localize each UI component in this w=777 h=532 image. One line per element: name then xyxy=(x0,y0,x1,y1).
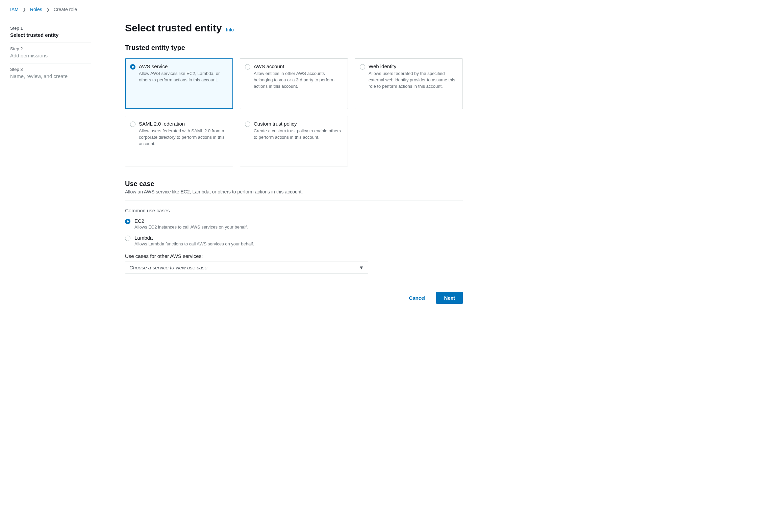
entity-desc: Allow entities in other AWS accounts bel… xyxy=(254,71,343,90)
radio-icon xyxy=(245,64,250,70)
usecase-title: EC2 xyxy=(134,218,248,224)
service-select-dropdown[interactable]: Choose a service to view use case ▼ xyxy=(125,262,368,273)
step-title: Select trusted entity xyxy=(10,32,91,38)
entity-desc: Allow users federated with SAML 2.0 from… xyxy=(139,128,228,147)
step-title: Add permissions xyxy=(10,53,91,58)
usecase-option-ec2[interactable]: EC2 Allows EC2 instances to call AWS ser… xyxy=(125,218,463,230)
wizard-footer: Cancel Next xyxy=(125,292,463,304)
step-title: Name, review, and create xyxy=(10,73,91,79)
radio-icon xyxy=(125,219,130,224)
entity-title: Custom trust policy xyxy=(254,121,343,127)
radio-icon xyxy=(125,236,130,241)
page-title: Select trusted entity xyxy=(125,22,222,34)
divider xyxy=(125,201,463,201)
entity-type-grid: AWS service Allow AWS services like EC2,… xyxy=(125,58,463,166)
step-3[interactable]: Step 3 Name, review, and create xyxy=(10,63,91,84)
wizard-steps: Step 1 Select trusted entity Step 2 Add … xyxy=(10,22,91,304)
info-link[interactable]: Info xyxy=(226,27,234,32)
radio-icon xyxy=(130,64,135,70)
next-button[interactable]: Next xyxy=(436,292,463,304)
step-number: Step 3 xyxy=(10,67,91,72)
radio-icon xyxy=(245,122,250,127)
step-2[interactable]: Step 2 Add permissions xyxy=(10,43,91,63)
breadcrumb-iam[interactable]: IAM xyxy=(10,7,19,12)
cancel-button[interactable]: Cancel xyxy=(405,292,429,303)
entity-title: AWS account xyxy=(254,63,343,69)
usecase-desc: Allows Lambda functions to call AWS serv… xyxy=(134,241,254,246)
entity-option-aws-service[interactable]: AWS service Allow AWS services like EC2,… xyxy=(125,58,233,109)
entity-title: Web identity xyxy=(369,63,458,69)
dropdown-placeholder: Choose a service to view use case xyxy=(129,265,207,270)
entity-desc: Allows users federated by the specified … xyxy=(369,71,458,90)
entity-title: AWS service xyxy=(139,63,228,69)
use-case-desc: Allow an AWS service like EC2, Lambda, o… xyxy=(125,189,463,194)
entity-desc: Allow AWS services like EC2, Lambda, or … xyxy=(139,71,228,83)
step-1[interactable]: Step 1 Select trusted entity xyxy=(10,22,91,43)
entity-option-aws-account[interactable]: AWS account Allow entities in other AWS … xyxy=(240,58,348,109)
step-number: Step 2 xyxy=(10,46,91,51)
usecase-option-lambda[interactable]: Lambda Allows Lambda functions to call A… xyxy=(125,235,463,246)
radio-icon xyxy=(130,122,135,127)
entity-option-saml-federation[interactable]: SAML 2.0 federation Allow users federate… xyxy=(125,116,233,166)
entity-title: SAML 2.0 federation xyxy=(139,121,228,127)
breadcrumb-roles[interactable]: Roles xyxy=(30,7,42,12)
caret-down-icon: ▼ xyxy=(359,265,364,270)
usecase-desc: Allows EC2 instances to call AWS service… xyxy=(134,224,248,230)
chevron-right-icon: ❯ xyxy=(23,7,26,12)
step-number: Step 1 xyxy=(10,26,91,31)
use-case-heading: Use case xyxy=(125,180,463,188)
breadcrumb-current: Create role xyxy=(54,7,77,12)
entity-option-custom-trust-policy[interactable]: Custom trust policy Create a custom trus… xyxy=(240,116,348,166)
entity-option-web-identity[interactable]: Web identity Allows users federated by t… xyxy=(355,58,463,109)
chevron-right-icon: ❯ xyxy=(46,7,50,12)
usecase-title: Lambda xyxy=(134,235,254,241)
common-use-cases-label: Common use cases xyxy=(125,208,463,213)
other-services-label: Use cases for other AWS services: xyxy=(125,253,463,259)
trusted-entity-type-heading: Trusted entity type xyxy=(125,44,463,52)
entity-desc: Create a custom trust policy to enable o… xyxy=(254,128,343,141)
radio-icon xyxy=(360,64,365,70)
breadcrumb: IAM ❯ Roles ❯ Create role xyxy=(10,7,767,12)
